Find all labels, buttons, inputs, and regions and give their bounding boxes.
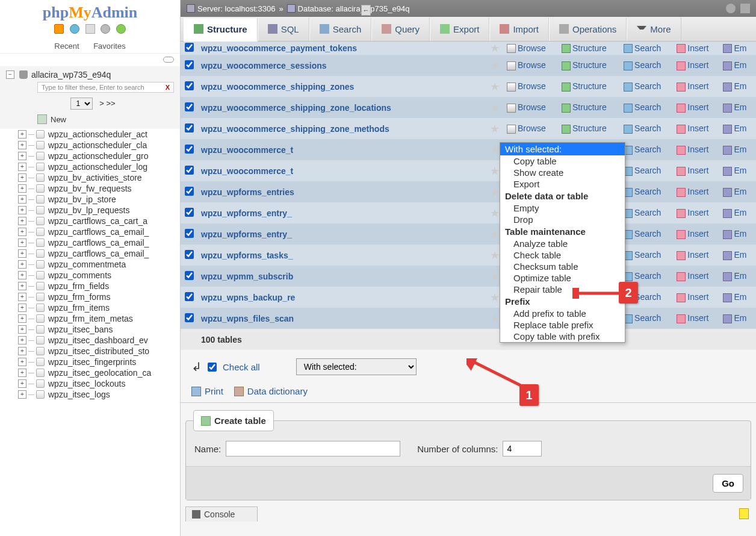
table-name-link[interactable]: wpzu_woocommerce_payment_tokens <box>197 42 486 55</box>
tree-table-item[interactable]: +wpzu_bv_activities_store <box>0 172 180 183</box>
database-name[interactable]: allacira_wp735_e94q <box>31 70 111 79</box>
tree-table-item[interactable]: +wpzu_commentmeta <box>0 259 180 270</box>
insert-link[interactable]: Insert <box>673 202 719 223</box>
table-name-link[interactable]: wpzu_wpforms_entries <box>197 181 486 202</box>
tree-table-item[interactable]: +wpzu_itsec_distributed_sto <box>0 346 180 357</box>
data-dictionary-link[interactable]: Data dictionary <box>247 386 308 396</box>
structure-link[interactable]: Structure <box>558 42 620 55</box>
menu-item[interactable]: Checksum table <box>500 261 625 272</box>
tree-table-item[interactable]: +wpzu_comments <box>0 270 180 281</box>
database-link[interactable]: allacira_wp735_e94q <box>336 4 410 13</box>
tree-table-item[interactable]: +wpzu_itsec_geolocation_ca <box>0 367 180 378</box>
favorite-star[interactable]: ★ <box>486 55 503 76</box>
favorites-tab[interactable]: Favorites <box>87 40 131 52</box>
tree-table-item[interactable]: +wpzu_itsec_fingerprints <box>0 357 180 367</box>
insert-link[interactable]: Insert <box>673 181 719 202</box>
expand-button[interactable]: + <box>18 163 26 171</box>
reload-icon[interactable] <box>116 24 126 34</box>
tree-table-item[interactable]: +wpzu_bv_lp_requests <box>0 205 180 216</box>
tab-more[interactable]: More <box>627 17 681 41</box>
browse-link[interactable]: Browse <box>503 42 558 55</box>
table-name-link[interactable]: wpzu_woocommerce_shipping_zones <box>197 76 486 97</box>
table-name-input[interactable] <box>226 441 400 457</box>
empty-link[interactable]: Em <box>719 266 756 287</box>
tree-table-item[interactable]: +wpzu_itsec_dashboard_ev <box>0 335 180 346</box>
expand-button[interactable]: + <box>18 195 26 204</box>
tree-table-item[interactable]: +wpzu_itsec_logs <box>0 389 180 400</box>
expand-button[interactable]: + <box>18 282 26 290</box>
expand-button[interactable]: + <box>18 379 26 388</box>
expand-button[interactable]: + <box>18 390 26 399</box>
menu-item[interactable]: Copy table <box>500 155 625 167</box>
row-checkbox[interactable] <box>185 102 194 111</box>
row-checkbox[interactable] <box>185 166 194 175</box>
table-name-link[interactable]: wpzu_woocommerce_sessions <box>197 55 486 76</box>
tree-table-item[interactable]: +wpzu_itsec_lockouts <box>0 378 180 389</box>
go-button[interactable]: Go <box>713 474 743 493</box>
expand-button[interactable]: + <box>18 206 26 214</box>
expand-button[interactable]: + <box>18 293 26 301</box>
structure-link[interactable]: Structure <box>558 97 620 118</box>
expand-button[interactable]: + <box>18 271 26 279</box>
empty-link[interactable]: Em <box>719 223 756 245</box>
row-checkbox[interactable] <box>185 187 194 196</box>
expand-button[interactable]: + <box>18 217 26 225</box>
expand-button[interactable]: + <box>18 260 26 269</box>
search-link[interactable]: Search <box>620 223 673 245</box>
tab-import[interactable]: Import <box>489 17 549 41</box>
tree-table-item[interactable]: +wpzu_actionscheduler_gro <box>0 151 180 161</box>
columns-input[interactable] <box>503 441 542 457</box>
gear-icon[interactable] <box>726 4 736 13</box>
tree-table-item[interactable]: +wpzu_actionscheduler_act <box>0 129 180 140</box>
search-link[interactable]: Search <box>620 139 673 160</box>
collapse-button[interactable]: − <box>6 70 14 79</box>
empty-link[interactable]: Em <box>719 55 756 76</box>
table-name-link[interactable]: wpzu_woocommerce_t <box>197 160 486 181</box>
search-link[interactable]: Search <box>620 118 673 139</box>
tree-table-item[interactable]: +wpzu_cartflows_ca_cart_a <box>0 216 180 226</box>
expand-button[interactable]: + <box>18 184 26 193</box>
search-link[interactable]: Search <box>620 76 673 97</box>
check-all-label[interactable]: Check all <box>223 362 260 372</box>
empty-link[interactable]: Em <box>719 76 756 97</box>
expand-button[interactable]: + <box>18 228 26 236</box>
search-link[interactable]: Search <box>620 245 673 266</box>
print-link[interactable]: Print <box>205 386 223 396</box>
insert-link[interactable]: Insert <box>673 245 719 266</box>
tab-query[interactable]: Query <box>371 17 430 41</box>
tree-table-item[interactable]: +wpzu_cartflows_ca_email_ <box>0 248 180 259</box>
favorite-star[interactable]: ★ <box>486 118 503 139</box>
tree-table-item[interactable]: +wpzu_bv_ip_store <box>0 194 180 205</box>
tree-table-item[interactable]: +wpzu_frm_item_metas <box>0 313 180 324</box>
structure-link[interactable]: Structure <box>558 55 620 76</box>
console-toggle[interactable]: Console <box>185 506 258 522</box>
tree-table-item[interactable]: +wpzu_frm_fields <box>0 281 180 291</box>
expand-button[interactable]: + <box>18 336 26 344</box>
insert-link[interactable]: Insert <box>673 160 719 181</box>
expand-button[interactable]: + <box>18 325 26 334</box>
empty-link[interactable]: Em <box>719 181 756 202</box>
empty-link[interactable]: Em <box>719 245 756 266</box>
tab-sql[interactable]: SQL <box>258 17 309 41</box>
table-name-link[interactable]: wpzu_wpforms_tasks_ <box>197 245 486 266</box>
menu-item[interactable]: Drop <box>500 214 625 225</box>
empty-link[interactable]: Em <box>719 202 756 223</box>
insert-link[interactable]: Insert <box>673 55 719 76</box>
menu-item[interactable]: Empty <box>500 202 625 214</box>
table-name-link[interactable]: wpzu_wpns_backup_re <box>197 287 486 308</box>
menu-item[interactable]: Export <box>500 178 625 190</box>
tree-table-item[interactable]: +wpzu_itsec_bans <box>0 324 180 335</box>
insert-link[interactable]: Insert <box>673 76 719 97</box>
search-link[interactable]: Search <box>620 55 673 76</box>
favorite-star[interactable]: ★ <box>486 76 503 97</box>
favorite-star[interactable]: ★ <box>486 97 503 118</box>
tree-table-item[interactable]: +wpzu_bv_fw_requests <box>0 183 180 194</box>
expand-button[interactable]: + <box>18 173 26 182</box>
expand-button[interactable]: + <box>18 249 26 258</box>
expand-button[interactable]: + <box>18 304 26 312</box>
search-link[interactable]: Search <box>620 42 673 55</box>
recent-tab[interactable]: Recent <box>48 40 85 52</box>
menu-item[interactable]: Check table <box>500 249 625 261</box>
home-icon[interactable] <box>54 24 64 34</box>
table-name-link[interactable]: wpzu_woocommerce_shipping_zone_locations <box>197 97 486 118</box>
